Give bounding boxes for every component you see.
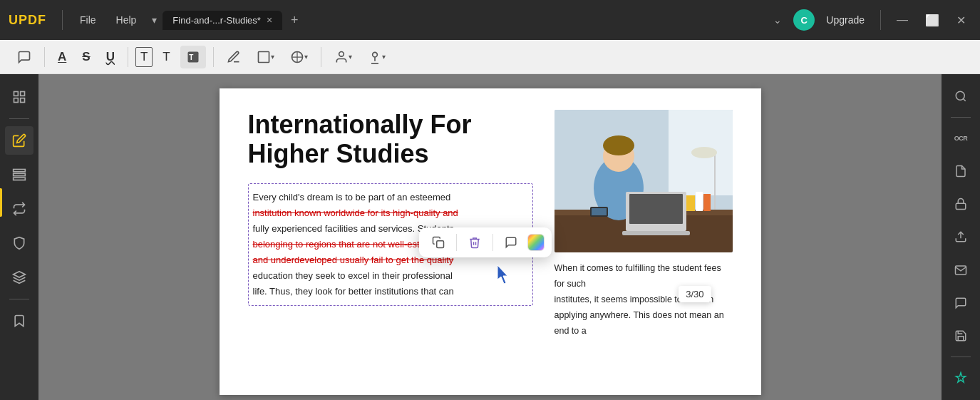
svg-rect-12 [14, 178, 26, 180]
tab-title: Find-and-...r-Studies* [172, 15, 261, 26]
pdf-right-column: When it comes to fulfilling the student … [555, 110, 733, 339]
svg-rect-8 [14, 98, 19, 103]
comment-tool[interactable] [11, 46, 37, 68]
svg-point-33 [956, 91, 964, 100]
float-divider-1 [456, 234, 457, 251]
main-area: Internationally For Higher Studies Every… [0, 74, 980, 400]
textbox-tool[interactable]: T [135, 47, 153, 67]
svg-rect-30 [592, 208, 607, 215]
maximize-btn[interactable]: ⬜ [919, 11, 945, 30]
left-sidebar-divider-1 [9, 118, 29, 119]
svg-rect-10 [14, 170, 26, 172]
top-right-area: C Upgrade — ⬜ ✕ [793, 9, 971, 31]
avatar: C [793, 9, 815, 31]
sidebar-item-protect[interactable] [5, 229, 33, 257]
right-sidebar: OCR [942, 74, 980, 400]
new-tab-btn[interactable]: + [285, 10, 304, 31]
svg-rect-26 [703, 194, 711, 211]
svg-point-20 [603, 135, 634, 155]
color-picker-btn[interactable] [527, 234, 545, 251]
user-tool[interactable]: ▾ [329, 46, 358, 68]
comment-btn[interactable] [499, 232, 523, 253]
page-indicator: 3/30 [679, 286, 711, 302]
pdf-left-column: Internationally For Higher Studies Every… [248, 110, 533, 339]
left-sidebar-divider-2 [9, 299, 29, 299]
tab-area: ▾ Find-and-...r-Studies* × + [149, 10, 762, 31]
svg-rect-9 [21, 98, 25, 103]
app-logo: UPDF [9, 13, 46, 28]
tab-overflow-btn[interactable]: ⌄ [768, 11, 788, 29]
draw-tool[interactable] [221, 46, 247, 68]
sidebar-item-organize[interactable] [5, 160, 33, 189]
float-divider-2 [492, 234, 493, 251]
right-sidebar-ocr[interactable]: OCR [947, 125, 975, 152]
right-sidebar-save[interactable] [947, 322, 975, 349]
right-sidebar-comments[interactable] [947, 289, 975, 317]
svg-rect-24 [686, 195, 695, 211]
color-picker-tool[interactable]: ▾ [284, 46, 314, 68]
close-btn[interactable]: ✕ [951, 11, 971, 30]
tab-dropdown-btn[interactable]: ▾ [149, 11, 160, 29]
pdf-image [555, 110, 733, 252]
pdf-content: Internationally For Higher Studies Every… [248, 110, 733, 339]
divider-2 [880, 10, 881, 30]
annotation-toolbar: A S U T T T ▾ ▾ ▾ ▾ [0, 40, 980, 74]
content-area: Internationally For Higher Studies Every… [38, 74, 942, 400]
left-sidebar [0, 74, 38, 400]
right-sidebar-divider-1 [951, 117, 971, 118]
highlight-tool[interactable]: A [52, 46, 72, 68]
strikethrough-tool[interactable]: S [76, 46, 96, 68]
svg-rect-22 [629, 194, 683, 224]
delete-btn[interactable] [463, 232, 487, 253]
copy-btn[interactable] [426, 232, 450, 253]
right-sidebar-divider-2 [951, 357, 971, 357]
svg-marker-32 [497, 265, 507, 284]
underline-tool[interactable]: U [100, 46, 120, 68]
divider-1 [62, 10, 63, 30]
shape-tool[interactable]: ▾ [251, 46, 280, 68]
right-sidebar-protect[interactable] [947, 190, 975, 217]
float-toolbar [419, 227, 552, 257]
svg-rect-7 [21, 92, 25, 96]
pdf-title: Internationally For Higher Studies [248, 110, 533, 169]
right-sidebar-scan[interactable] [947, 158, 975, 185]
strikethrough-text-1: institution known worldwide for its high… [253, 207, 458, 218]
svg-rect-11 [14, 173, 26, 175]
svg-rect-2 [258, 51, 269, 62]
toolbar-divider-3 [213, 47, 214, 67]
svg-point-28 [691, 147, 717, 158]
mouse-cursor [497, 265, 515, 285]
help-menu[interactable]: Help [109, 11, 144, 29]
minimize-btn[interactable]: — [891, 11, 914, 29]
active-indicator [0, 188, 2, 217]
svg-line-34 [963, 99, 965, 101]
upgrade-button[interactable]: Upgrade [820, 11, 870, 29]
svg-rect-31 [436, 241, 443, 248]
right-sidebar-search[interactable] [947, 83, 975, 110]
svg-rect-35 [956, 204, 966, 210]
toolbar-divider-2 [128, 47, 128, 67]
sidebar-item-edit[interactable] [5, 126, 33, 155]
sidebar-item-convert[interactable] [5, 195, 33, 223]
right-sidebar-share[interactable] [947, 223, 975, 250]
right-sidebar-mail[interactable] [947, 257, 975, 284]
sidebar-item-bookmark[interactable] [5, 307, 33, 335]
file-menu[interactable]: File [73, 11, 103, 29]
top-bar: UPDF File Help ▾ Find-and-...r-Studies* … [0, 0, 980, 40]
tab-close-btn[interactable]: × [267, 15, 272, 25]
svg-point-4 [339, 51, 344, 56]
text-tool[interactable]: T [157, 46, 175, 68]
svg-rect-23 [622, 231, 690, 235]
active-tab[interactable]: Find-and-...r-Studies* × [163, 11, 282, 30]
toolbar-divider-1 [44, 47, 45, 67]
toolbar-divider-4 [321, 47, 321, 67]
right-sidebar-ai[interactable] [947, 364, 975, 391]
svg-rect-25 [696, 192, 703, 211]
sidebar-item-thumbnails[interactable] [5, 83, 33, 111]
text-format-tool[interactable]: T [180, 46, 206, 68]
stamp-tool[interactable]: ▾ [362, 46, 391, 68]
svg-rect-6 [14, 92, 19, 96]
sidebar-item-layers[interactable] [5, 263, 33, 292]
svg-text:T: T [189, 53, 193, 61]
svg-marker-13 [14, 272, 26, 277]
